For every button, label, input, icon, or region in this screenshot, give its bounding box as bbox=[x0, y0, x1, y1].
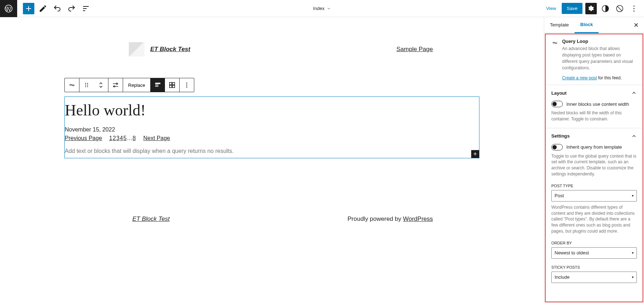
template-selector[interactable]: Index bbox=[313, 6, 331, 11]
post-title[interactable]: Hello world! bbox=[65, 101, 479, 119]
add-block-button[interactable] bbox=[23, 3, 34, 14]
settings-sidebar: Template Block Query Loop An advanced bl… bbox=[544, 17, 644, 303]
toggle-inherit-query[interactable] bbox=[551, 144, 563, 150]
site-logo-placeholder[interactable] bbox=[129, 42, 145, 56]
post-type-label: POST TYPE bbox=[551, 184, 637, 188]
display-settings-button[interactable] bbox=[108, 78, 123, 92]
more-options-button[interactable] bbox=[628, 3, 640, 14]
wordpress-logo[interactable] bbox=[0, 0, 17, 17]
svg-rect-16 bbox=[155, 86, 158, 87]
sticky-label: STICKY POSTS bbox=[551, 265, 637, 269]
view-button[interactable]: View bbox=[543, 4, 559, 13]
edit-mode-button[interactable] bbox=[37, 3, 49, 14]
layout-help: Nested blocks will fill the width of thi… bbox=[551, 110, 637, 122]
top-toolbar: Index View Save bbox=[0, 0, 644, 17]
create-post-prompt: Create a new post for this feed. bbox=[562, 75, 637, 80]
block-info: Query Loop An advanced block that allows… bbox=[546, 34, 643, 85]
page-num[interactable]: 5 bbox=[123, 135, 127, 141]
next-page-link[interactable]: Next Page bbox=[143, 135, 170, 141]
post-type-select[interactable]: Post▾ bbox=[551, 190, 637, 202]
toggle-inherit-label: Inherit query from template bbox=[566, 144, 622, 150]
page-num[interactable]: 3 bbox=[116, 135, 119, 141]
page-num[interactable]: 2 bbox=[113, 135, 116, 141]
footer-wordpress-link[interactable]: WordPress bbox=[403, 215, 433, 222]
toggle-content-width-label: Inner blocks use content width bbox=[566, 101, 629, 107]
prev-page-link[interactable]: Previous Page bbox=[65, 135, 102, 141]
panel-settings-toggle[interactable]: Settings bbox=[546, 128, 643, 144]
no-results-placeholder[interactable]: Add text or blocks that will display whe… bbox=[65, 148, 479, 158]
svg-point-7 bbox=[87, 83, 88, 84]
block-toolbar: Replace bbox=[64, 78, 194, 92]
page-num[interactable]: 4 bbox=[120, 135, 123, 141]
svg-point-13 bbox=[114, 86, 115, 87]
close-sidebar-button[interactable] bbox=[632, 21, 640, 29]
panel-layout-toggle[interactable]: Layout bbox=[546, 85, 643, 101]
svg-point-8 bbox=[85, 85, 86, 85]
block-name: Query Loop bbox=[562, 39, 637, 44]
svg-point-22 bbox=[186, 85, 187, 86]
chevron-up-icon bbox=[631, 90, 637, 96]
drag-handle-button[interactable] bbox=[79, 78, 94, 92]
grid-layout-button[interactable] bbox=[165, 78, 179, 92]
nav-link-sample-page[interactable]: Sample Page bbox=[396, 46, 433, 53]
create-post-link[interactable]: Create a new post bbox=[562, 75, 597, 80]
order-by-select[interactable]: Newest to oldest▾ bbox=[551, 247, 637, 259]
block-description: An advanced block that allows displaying… bbox=[562, 45, 637, 71]
sidebar-tabs: Template Block bbox=[544, 17, 644, 33]
svg-point-6 bbox=[85, 83, 86, 84]
styles-button[interactable] bbox=[600, 3, 611, 14]
redo-button[interactable] bbox=[66, 3, 77, 14]
list-view-button[interactable] bbox=[80, 3, 92, 14]
inherit-help: Toggle to use the global query context t… bbox=[551, 153, 637, 177]
page-numbers: 12345…8 bbox=[109, 135, 136, 141]
chevron-down-icon: ▾ bbox=[632, 251, 634, 255]
post-type-help: WordPress contains different types of co… bbox=[551, 204, 637, 234]
post-date[interactable]: November 15, 2022 bbox=[65, 126, 479, 133]
svg-point-3 bbox=[634, 5, 635, 6]
svg-point-9 bbox=[87, 85, 88, 85]
sticky-select[interactable]: Include▾ bbox=[551, 272, 637, 283]
query-loop-block[interactable]: Hello world! November 15, 2022 Previous … bbox=[64, 96, 479, 158]
tab-block[interactable]: Block bbox=[575, 17, 599, 33]
page-ellipsis: … bbox=[127, 135, 133, 141]
tab-template[interactable]: Template bbox=[544, 17, 575, 33]
save-button[interactable]: Save bbox=[562, 3, 582, 14]
svg-point-12 bbox=[116, 83, 118, 85]
toolbar-left bbox=[17, 3, 92, 14]
block-more-button[interactable] bbox=[180, 78, 194, 92]
svg-point-10 bbox=[85, 86, 86, 87]
svg-point-5 bbox=[634, 10, 635, 11]
site-header: ET Block Test Sample Page bbox=[64, 42, 479, 56]
page-num[interactable]: 1 bbox=[109, 135, 112, 141]
pagination: Previous Page 12345…8 Next Page bbox=[65, 135, 479, 141]
undo-button[interactable] bbox=[52, 3, 63, 14]
toolbar-right: View Save bbox=[543, 3, 644, 14]
site-title[interactable]: ET Block Test bbox=[150, 46, 190, 53]
svg-point-4 bbox=[634, 8, 635, 9]
page-num[interactable]: 8 bbox=[133, 135, 136, 141]
replace-button[interactable]: Replace bbox=[123, 78, 150, 92]
order-by-label: ORDER BY bbox=[551, 241, 637, 245]
template-name: Index bbox=[313, 6, 325, 11]
revisions-button[interactable] bbox=[614, 3, 625, 14]
footer-credit: Proudly powered by WordPress bbox=[347, 215, 433, 223]
toggle-content-width[interactable] bbox=[551, 101, 563, 107]
panel-layout: Layout Inner blocks use content width Ne… bbox=[546, 85, 643, 128]
query-loop-icon bbox=[551, 39, 558, 46]
chevron-up-icon bbox=[631, 133, 637, 139]
site-footer: ET Block Test Proudly powered by WordPre… bbox=[43, 215, 501, 237]
panel-settings: Settings Inherit query from template Tog… bbox=[546, 128, 643, 289]
append-block-button[interactable]: + bbox=[471, 150, 479, 158]
svg-rect-14 bbox=[155, 83, 160, 84]
sidebar-content: Query Loop An advanced block that allows… bbox=[545, 34, 643, 302]
svg-point-11 bbox=[87, 86, 88, 87]
footer-site-title[interactable]: ET Block Test bbox=[132, 215, 170, 223]
svg-rect-15 bbox=[155, 85, 158, 85]
list-layout-button[interactable] bbox=[151, 78, 165, 92]
editor-canvas[interactable]: ET Block Test Sample Page bbox=[0, 17, 544, 303]
svg-rect-20 bbox=[172, 85, 175, 88]
svg-rect-18 bbox=[172, 83, 175, 85]
block-type-button[interactable] bbox=[65, 78, 79, 92]
settings-button[interactable] bbox=[585, 3, 597, 14]
move-updown-button[interactable] bbox=[94, 78, 108, 92]
